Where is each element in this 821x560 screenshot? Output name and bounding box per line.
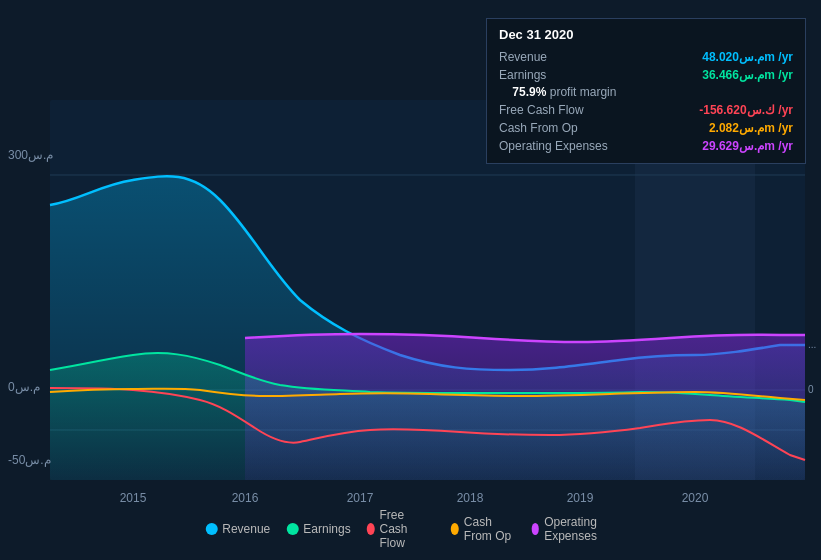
legend-dot-fcf <box>367 523 375 535</box>
tooltip-label-earnings: Earnings <box>499 68 546 82</box>
legend-item-opex[interactable]: Operating Expenses <box>531 515 615 543</box>
tooltip-title: Dec 31 2020 <box>499 27 793 42</box>
tooltip-box: Dec 31 2020 Revenue 48.020م.س‎m /yr Earn… <box>486 18 806 164</box>
tooltip-label-revenue: Revenue <box>499 50 547 64</box>
x-label-2018: 2018 <box>457 491 484 505</box>
tooltip-row-cashop: Cash From Op 2.082م.س‎m /yr <box>499 119 793 137</box>
x-label-2015: 2015 <box>120 491 147 505</box>
legend-dot-earnings <box>286 523 298 535</box>
tooltip-label-cashop: Cash From Op <box>499 121 578 135</box>
legend-item-earnings[interactable]: Earnings <box>286 522 350 536</box>
tooltip-row-opex: Operating Expenses 29.629م.س‎m /yr <box>499 137 793 155</box>
tooltip-row-fcf: Free Cash Flow -156.620ك.س‎ /yr <box>499 101 793 119</box>
x-label-2017: 2017 <box>347 491 374 505</box>
tooltip-margin-value: 75.9% <box>512 85 546 99</box>
y-label-neg50: -50م.س <box>8 453 51 467</box>
tooltip-row-earnings: Earnings 36.466م.س‎m /yr <box>499 66 793 84</box>
x-label-2019: 2019 <box>567 491 594 505</box>
tooltip-profit-margin: 75.9% profit margin <box>499 84 793 101</box>
legend-item-revenue[interactable]: Revenue <box>205 522 270 536</box>
legend-dot-opex <box>531 523 539 535</box>
tooltip-value-revenue: 48.020م.س‎m /yr <box>702 50 793 64</box>
tooltip-label-opex: Operating Expenses <box>499 139 608 153</box>
tooltip-value-earnings: 36.466م.س‎m /yr <box>702 68 793 82</box>
tooltip-value-fcf: -156.620ك.س‎ /yr <box>699 103 793 117</box>
legend-item-cashop[interactable]: Cash From Op <box>451 515 515 543</box>
legend-item-fcf[interactable]: Free Cash Flow <box>367 508 435 550</box>
legend-dot-cashop <box>451 523 459 535</box>
legend-dot-revenue <box>205 523 217 535</box>
tooltip-value-opex: 29.629م.س‎m /yr <box>702 139 793 153</box>
y-label-300: 300م.س <box>8 148 53 162</box>
y-label-0: 0م.س <box>8 380 40 394</box>
legend-label-opex: Operating Expenses <box>544 515 616 543</box>
legend-label-fcf: Free Cash Flow <box>380 508 435 550</box>
legend-label-earnings: Earnings <box>303 522 350 536</box>
legend-label-cashop: Cash From Op <box>464 515 515 543</box>
tooltip-row-revenue: Revenue 48.020م.س‎m /yr <box>499 48 793 66</box>
x-label-2016: 2016 <box>232 491 259 505</box>
x-label-2020: 2020 <box>682 491 709 505</box>
svg-text:...: ... <box>808 339 816 350</box>
tooltip-label-fcf: Free Cash Flow <box>499 103 584 117</box>
legend-label-revenue: Revenue <box>222 522 270 536</box>
chart-legend: Revenue Earnings Free Cash Flow Cash Fro… <box>205 508 616 550</box>
chart-container: 0 ... Dec 31 2020 Revenue 48.020م.س‎m /y… <box>0 0 821 560</box>
svg-text:0: 0 <box>808 384 814 395</box>
tooltip-value-cashop: 2.082م.س‎m /yr <box>709 121 793 135</box>
